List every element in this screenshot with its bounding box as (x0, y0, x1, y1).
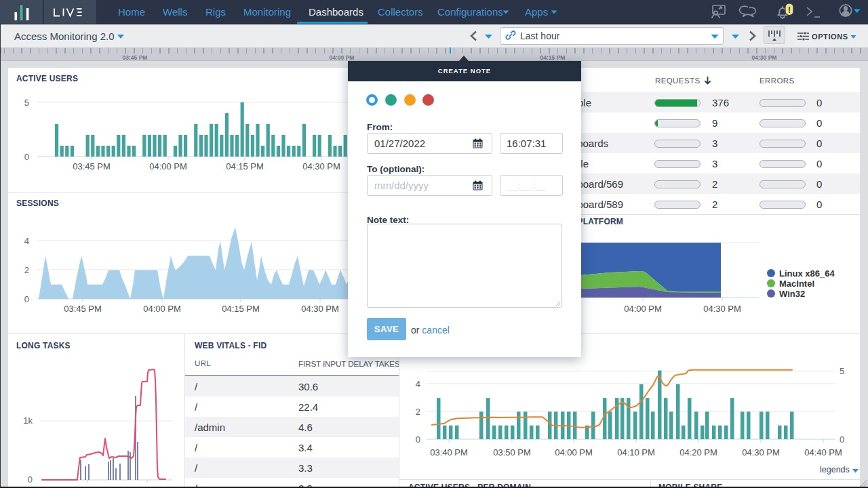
svg-text:1k: 1k (23, 415, 33, 426)
svg-text:04:15 PM: 04:15 PM (222, 304, 260, 314)
svg-text:04:00 PM: 04:00 PM (143, 304, 181, 314)
svg-text:04:30 PM: 04:30 PM (301, 304, 339, 314)
svg-text:04:00 PM: 04:00 PM (555, 447, 593, 458)
svg-text:04:00 PM: 04:00 PM (149, 161, 187, 171)
svg-text:0: 0 (416, 434, 420, 445)
svg-text:03:45 PM: 03:45 PM (64, 304, 102, 314)
svg-text:0: 0 (24, 152, 29, 162)
svg-text:0: 0 (840, 434, 844, 445)
svg-text:04:30 PM: 04:30 PM (302, 161, 340, 171)
svg-text:04:15 PM: 04:15 PM (226, 161, 264, 171)
svg-text:03:50 PM: 03:50 PM (493, 447, 531, 458)
svg-text:03:45 PM: 03:45 PM (73, 161, 111, 171)
svg-text:!: ! (788, 5, 791, 15)
svg-text:2: 2 (416, 407, 420, 417)
svg-text:04:20 PM: 04:20 PM (679, 447, 717, 458)
svg-text:4: 4 (416, 379, 420, 389)
svg-text:4: 4 (24, 236, 29, 246)
svg-text:0: 0 (28, 474, 33, 485)
svg-text:5: 5 (840, 366, 844, 376)
svg-text:04:00 PM: 04:00 PM (624, 304, 662, 314)
svg-text:04:30 PM: 04:30 PM (703, 304, 741, 314)
svg-text:0: 0 (24, 294, 29, 304)
svg-text:5: 5 (24, 98, 29, 108)
svg-text:04:30 PM: 04:30 PM (742, 447, 780, 458)
svg-text:04:10 PM: 04:10 PM (617, 447, 655, 458)
svg-text:03:40 PM: 03:40 PM (430, 447, 468, 458)
svg-text:2: 2 (24, 265, 29, 275)
svg-text:04:40 PM: 04:40 PM (804, 447, 842, 458)
